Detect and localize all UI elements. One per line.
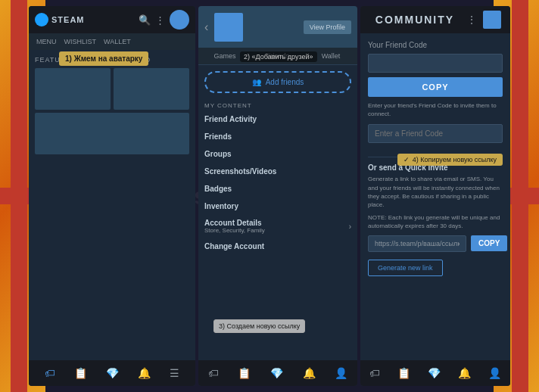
middle-bottom-gem-icon[interactable]: 💎: [270, 367, 283, 379]
checkmark-icon: ✓: [403, 156, 410, 163]
menu-friend-activity[interactable]: Friend Activity: [198, 110, 357, 128]
account-details-label: Account Details: [204, 219, 265, 227]
right-bottom-user-icon[interactable]: 👤: [488, 367, 501, 379]
steam-logo-text: STEAM: [51, 15, 85, 24]
friend-code-label: Your Friend Code: [368, 41, 503, 49]
generate-new-link-button[interactable]: Generate new link: [368, 260, 443, 276]
back-arrow-icon[interactable]: ‹: [204, 20, 208, 34]
profile-avatar: [214, 13, 243, 42]
search-icon[interactable]: 🔍: [139, 14, 151, 26]
menu-inventory[interactable]: Inventory: [198, 198, 357, 215]
quick-invite-desc: Generate a link to share via email or SM…: [368, 175, 503, 209]
add-friends-label: Add friends: [266, 78, 304, 86]
menu-screenshots[interactable]: Screenshots/Videos: [198, 163, 357, 180]
menu-dots-icon[interactable]: ⋮: [155, 14, 165, 26]
profile-header: ‹ View Profile: [198, 6, 357, 48]
middle-panel: ‹ View Profile 2) «Добавить друзей» Game…: [198, 6, 357, 386]
tooltip-copy-text: 4) Копируем новую ссылку: [413, 156, 497, 163]
menu-account-details[interactable]: Account Details Store, Security, Family …: [198, 215, 357, 238]
community-menu-icon[interactable]: ⋮: [466, 14, 477, 26]
steam-header-icons: 🔍 ⋮: [139, 10, 189, 30]
right-bottom-list-icon[interactable]: 📋: [397, 367, 410, 379]
bottom-menu-icon[interactable]: ☰: [170, 367, 179, 379]
featured-item-1: [35, 68, 111, 110]
nav-wishlist[interactable]: WISHLIST: [61, 36, 100, 47]
main-container: STEAM 🔍 ⋮ MENU WISHLIST WALLET 1) Жмем н…: [29, 6, 510, 386]
my-content-label: MY CONTENT: [198, 99, 357, 110]
note-text: NOTE: Each link you generate will be uni…: [368, 213, 503, 230]
right-bottom-bell-icon[interactable]: 🔔: [458, 367, 471, 379]
featured-item-2: [114, 68, 189, 110]
menu-friends[interactable]: Friends: [198, 128, 357, 145]
add-friends-icon: 👥: [252, 78, 261, 86]
arrow-right-icon: ›: [349, 222, 351, 231]
steam-bottom-bar: 🏷 📋 💎 🔔 ☰: [29, 360, 195, 386]
invite-link-input[interactable]: [368, 235, 466, 252]
community-avatar: [483, 11, 501, 29]
copy-link-button[interactable]: COPY: [471, 235, 507, 251]
link-row: COPY: [368, 235, 503, 252]
bottom-bell-icon[interactable]: 🔔: [138, 367, 151, 379]
tooltip-create-link: 3) Создаем новую ссылку: [213, 319, 305, 333]
tooltip-copy-link: ✓ 4) Копируем новую ссылку: [397, 154, 503, 166]
community-content: Your Friend Code COPY Enter your friend'…: [360, 33, 510, 284]
user-avatar[interactable]: [170, 10, 189, 30]
bottom-gem-icon[interactable]: 💎: [106, 367, 119, 379]
middle-bottom-bell-icon[interactable]: 🔔: [303, 367, 316, 379]
community-header: COMMUNITY ⋮: [360, 6, 510, 33]
copy-friend-code-button[interactable]: COPY: [368, 77, 503, 97]
steam-panel: STEAM 🔍 ⋮ MENU WISHLIST WALLET 1) Жмем н…: [29, 6, 195, 386]
middle-bottom-bar: 🏷 📋 💎 🔔 👤: [198, 360, 357, 386]
steam-logo-icon: [35, 13, 48, 26]
community-title: COMMUNITY: [375, 14, 454, 26]
middle-bottom-list-icon[interactable]: 📋: [238, 367, 251, 379]
steam-nav: MENU WISHLIST WALLET: [29, 33, 195, 50]
steam-logo: STEAM: [35, 13, 85, 26]
account-details-sub: Store, Security, Family: [204, 227, 265, 234]
featured-item-wide: [35, 113, 189, 154]
tooltip-add-friends: 2) «Добавить друзей»: [240, 51, 317, 62]
add-friends-button[interactable]: 👥 Add friends: [204, 71, 351, 93]
community-bottom-bar: 🏷 📋 💎 🔔 👤: [360, 360, 510, 386]
view-profile-button[interactable]: View Profile: [304, 20, 351, 34]
community-panel: COMMUNITY ⋮ Your Friend Code COPY Enter …: [360, 6, 510, 386]
bottom-list-icon[interactable]: 📋: [74, 367, 87, 379]
steam-content: FEATURED & RECOMMENDED: [29, 50, 195, 160]
friend-code-input[interactable]: [368, 54, 503, 73]
right-bottom-gem-icon[interactable]: 💎: [428, 367, 441, 379]
middle-bottom-user-icon[interactable]: 👤: [335, 367, 347, 379]
menu-badges[interactable]: Badges: [198, 180, 357, 198]
menu-change-account[interactable]: Change Account: [198, 238, 357, 255]
enter-friend-code-input[interactable]: [368, 124, 503, 143]
featured-grid: [35, 68, 189, 154]
nav-wallet[interactable]: WALLET: [101, 36, 134, 47]
friend-code-help-text: Enter your friend's Friend Code to invit…: [368, 101, 503, 118]
steam-header: STEAM 🔍 ⋮: [29, 6, 195, 33]
menu-groups[interactable]: Groups: [198, 145, 357, 163]
bottom-tag-icon[interactable]: 🏷: [45, 367, 55, 379]
tooltip-click-avatar: 1) Жмем на аватарку: [59, 51, 148, 66]
middle-bottom-tag-icon[interactable]: 🏷: [208, 367, 219, 379]
nav-menu[interactable]: MENU: [33, 36, 60, 47]
right-bottom-tag-icon[interactable]: 🏷: [369, 367, 380, 379]
